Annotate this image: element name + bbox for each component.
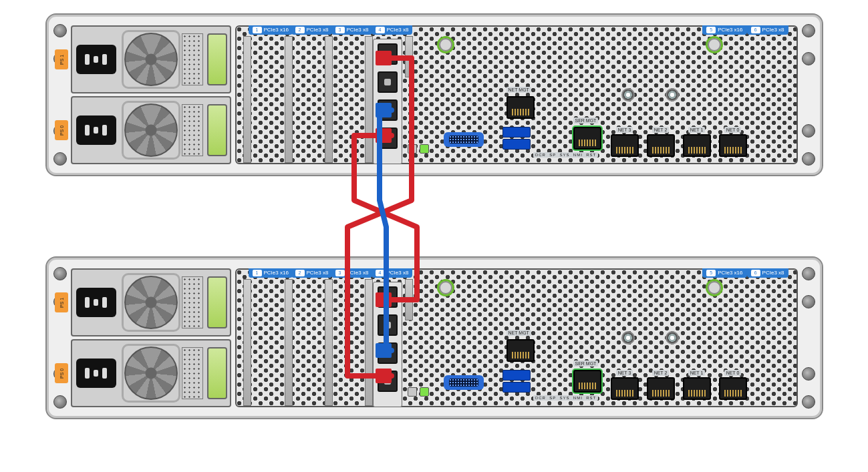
net1-port: [683, 134, 711, 157]
captive-screw-icon: [706, 279, 723, 296]
rack-screw: [802, 124, 815, 138]
fan-icon: [124, 33, 178, 86]
ser-mgt-label: SER MGT: [573, 361, 599, 367]
pcie-slot-label-5: 5PCIe3 x16: [702, 25, 746, 35]
vga-port: [444, 375, 484, 390]
coax-port: [666, 88, 679, 101]
sfp-port-1: [378, 314, 398, 336]
psu-badge: PS 0: [55, 363, 68, 383]
rack-screw: [53, 267, 67, 280]
pcie-slot-label-3: 3PCIe3 x8: [331, 25, 373, 35]
power-inlet-icon: [76, 45, 116, 74]
pcie-slot-label-5: 5PCIe3 x16: [702, 268, 746, 278]
rear-panel: 1PCIe3 x16 2PCIe3 x8 3PCIe3 x8 4PCIe3 x8…: [235, 25, 798, 164]
usb3-port: [502, 139, 531, 150]
psu-0: PS 0: [71, 96, 231, 164]
cabling-diagram: PS 1 PS 0 1PCIe3 x16 2PCIe3 x8 3PCIe3 x8…: [45, 13, 823, 419]
sfp-port-0: [378, 286, 398, 308]
rack-screw: [802, 395, 815, 409]
sfp-port-3: [378, 371, 398, 392]
psu-vent: [182, 347, 203, 399]
coax-port: [621, 331, 635, 344]
psu-handle: [207, 33, 227, 85]
pcie-slot-label-1: 1PCIe3 x16: [249, 268, 293, 278]
psu-vent: [182, 276, 203, 328]
net0-label: NET 0: [724, 370, 742, 376]
usb3-port: [502, 370, 531, 381]
slot-bracket: [243, 279, 251, 406]
psu-handle: [207, 276, 227, 328]
slot-bracket: [325, 36, 333, 163]
psu-handle: [207, 347, 227, 399]
rack-screw: [802, 295, 815, 308]
pcie-slot-label-3: 3PCIe3 x8: [331, 268, 373, 278]
rack-screw: [802, 52, 815, 65]
power-led: [420, 387, 429, 397]
net2-port: [647, 377, 675, 400]
net2-label: NET 2: [652, 127, 670, 133]
locator-button: [408, 387, 417, 397]
psu-vent: [182, 104, 203, 156]
rack-screw: [802, 367, 815, 381]
fan-icon: [124, 103, 178, 157]
sfp-port-2: [378, 342, 398, 364]
net0-port: [719, 134, 747, 157]
rack-screw: [802, 267, 815, 280]
locator-button: [408, 144, 417, 154]
net2-port: [647, 134, 675, 157]
psu-0: PS 0: [71, 339, 231, 407]
controller-2-chassis: PS 1 PS 0 1PCIe3 x16 2PCIe3 x8 3PCIe3 x8…: [45, 256, 823, 419]
net-mgt-port: [507, 339, 535, 362]
net0-label: NET 0: [724, 127, 742, 133]
controller-1-chassis: PS 1 PS 0 1PCIe3 x16 2PCIe3 x8 3PCIe3 x8…: [45, 13, 823, 176]
pcie-slot-label-4: 4PCIe3 x8: [372, 268, 413, 278]
net-mgt-port: [507, 96, 535, 119]
slot-bracket: [365, 279, 373, 406]
cluster-nic-card: [373, 282, 402, 407]
io-cluster: NET MGT SER MGT NET 3 NET 2 NET 1 NET 0 …: [400, 326, 792, 406]
net3-port: [611, 134, 639, 157]
rack-screw: [53, 24, 67, 37]
rear-panel: 1PCIe3 x16 2PCIe3 x8 3PCIe3 x8 4PCIe3 x8…: [235, 268, 798, 407]
fan-icon: [124, 276, 178, 329]
slot-bracket: [285, 36, 293, 163]
power-inlet-icon: [76, 288, 116, 317]
status-label-row: OCR SP SYS NMI RST: [533, 152, 599, 158]
pcie-slot-label-2: 2PCIe3 x8: [291, 25, 333, 35]
net-ports-row: NET 3 NET 2 NET 1 NET 0: [611, 127, 747, 157]
psu-bay: PS 1 PS 0: [71, 25, 231, 164]
slot-bracket: [405, 36, 413, 77]
pcie-slot-label-6: 6PCIe3 x8: [747, 268, 788, 278]
sfp-port-3: [378, 128, 398, 149]
sfp-port-0: [378, 43, 398, 65]
psu-1: PS 1: [71, 268, 231, 336]
ser-mgt-port: [573, 370, 601, 393]
net-mgt-label: NET MGT: [507, 87, 531, 93]
psu-bay: PS 1 PS 0: [71, 268, 231, 407]
usb3-port: [502, 127, 531, 138]
pcie-slot-label-4: 4PCIe3 x8: [372, 25, 413, 35]
power-inlet-icon: [76, 115, 116, 145]
net1-label: NET 1: [688, 127, 706, 133]
fan-icon: [124, 346, 178, 400]
slot-bracket: [285, 279, 293, 406]
psu-1: PS 1: [71, 25, 231, 93]
rack-screw: [53, 395, 67, 409]
psu-badge: PS 1: [55, 292, 68, 312]
rack-screw: [802, 152, 815, 166]
io-cluster: NET MGT SER MGT NET 3 NET 2 NET 1 NET 0 …: [400, 83, 792, 163]
psu-vent: [182, 33, 203, 85]
usb3-port: [502, 382, 531, 393]
rack-screw: [53, 152, 67, 166]
net0-port: [719, 377, 747, 400]
captive-screw-icon: [706, 36, 723, 53]
captive-screw-icon: [437, 279, 454, 296]
psu-handle: [207, 104, 227, 156]
net1-label: NET 1: [688, 370, 706, 376]
ser-mgt-label: SER MGT: [573, 117, 599, 124]
pcie-slot-label-1: 1PCIe3 x16: [249, 25, 293, 35]
slot-bracket: [243, 36, 251, 163]
net3-label: NET 3: [616, 127, 633, 133]
coax-port: [666, 331, 679, 344]
sfp-port-2: [378, 99, 398, 121]
